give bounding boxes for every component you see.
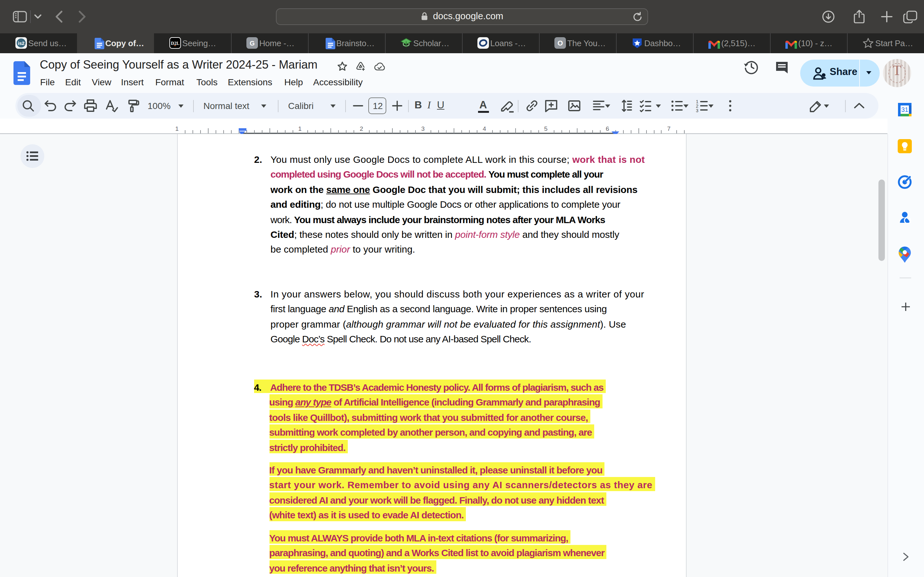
svg-text:D2L: D2L <box>171 41 179 46</box>
svg-text:3: 3 <box>696 108 698 113</box>
svg-text:is2: is2 <box>18 40 25 45</box>
svg-text:31: 31 <box>901 106 908 113</box>
svg-text:G: G <box>250 40 255 47</box>
svg-text:O: O <box>557 39 563 47</box>
